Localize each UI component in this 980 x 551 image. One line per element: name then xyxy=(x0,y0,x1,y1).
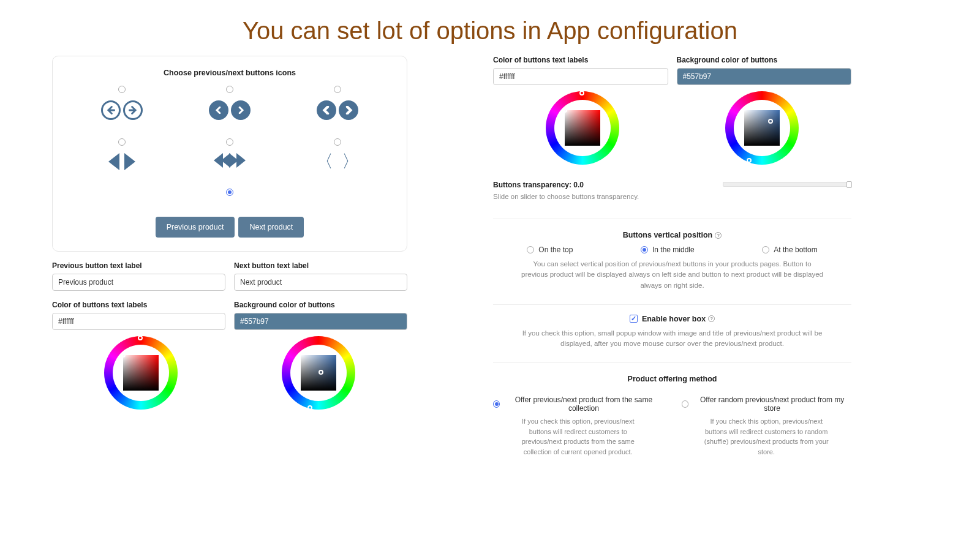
info-icon: ? xyxy=(708,315,715,322)
triangle-right-icon xyxy=(124,153,135,170)
vertical-position-title: Buttons vertical position ? xyxy=(623,231,722,239)
enable-hover-label: Enable hover box ? xyxy=(642,315,715,323)
position-middle-option[interactable]: In the middle xyxy=(641,246,695,254)
text-color-input-r[interactable] xyxy=(493,68,668,85)
bg-color-input-r[interactable] xyxy=(677,68,852,85)
bg-color-picker-r[interactable] xyxy=(725,91,799,165)
bg-color-picker[interactable] xyxy=(282,336,355,410)
text-color-input[interactable] xyxy=(52,313,225,330)
page-title: You can set lot of options in App config… xyxy=(0,0,980,56)
icon-option-4[interactable] xyxy=(71,138,173,170)
info-icon: ? xyxy=(715,232,722,239)
previous-label-field-label: Previous button text label xyxy=(52,261,225,270)
method-random-help: If you check this option, previous/next … xyxy=(699,416,834,457)
offering-method-title: Product offering method xyxy=(628,375,717,383)
radio-icon xyxy=(226,86,233,93)
text-color-label-r: Color of buttons text labels xyxy=(493,56,668,64)
enable-hover-checkbox[interactable]: ✓ xyxy=(630,315,638,323)
icon-chooser-card: Choose previous/next buttons icons xyxy=(52,56,407,252)
arrow-right-circle-outline-icon xyxy=(123,100,143,120)
chevron-left-circle-icon xyxy=(209,100,228,120)
chevron-left-bold-circle-icon xyxy=(317,100,336,120)
double-triangle-left-icon xyxy=(214,153,228,168)
icon-option-1[interactable] xyxy=(71,86,173,120)
radio-icon xyxy=(226,189,233,196)
icon-option-5[interactable] xyxy=(179,138,281,170)
icon-option-3[interactable] xyxy=(287,86,388,120)
next-label-input[interactable] xyxy=(234,274,407,291)
radio-icon xyxy=(334,86,341,93)
method-same-collection-help: If you check this option, previous/next … xyxy=(511,416,646,457)
slider-handle-icon xyxy=(846,181,852,188)
bg-color-label-r: Background color of buttons xyxy=(677,56,852,64)
icon-option-7[interactable]: Previous product Next product xyxy=(71,189,388,238)
chevron-right-circle-icon xyxy=(231,100,251,120)
method-random-option[interactable]: Offer random previous/next product from … xyxy=(682,395,852,413)
radio-icon xyxy=(118,138,126,146)
text-color-picker[interactable] xyxy=(104,336,178,410)
previous-label-input[interactable] xyxy=(52,274,225,291)
chevron-right-bold-circle-icon xyxy=(339,100,358,120)
vertical-position-help: You can select vertical position of prev… xyxy=(519,259,826,291)
position-bottom-option[interactable]: At the bottom xyxy=(762,246,817,254)
transparency-label: Buttons transparency: 0.0 xyxy=(493,181,698,189)
bg-color-input[interactable] xyxy=(234,313,407,330)
triangle-left-icon xyxy=(108,153,119,170)
next-product-button[interactable]: Next product xyxy=(238,217,304,238)
previous-product-button[interactable]: Previous product xyxy=(156,217,235,238)
angle-left-icon: 〈 xyxy=(316,153,333,170)
bg-color-label: Background color of buttons xyxy=(234,301,407,309)
radio-icon xyxy=(334,138,341,146)
text-color-label: Color of buttons text labels xyxy=(52,301,225,309)
transparency-slider[interactable] xyxy=(723,182,851,187)
transparency-help: Slide on slider to choose buttons transp… xyxy=(493,193,698,200)
enable-hover-help: If you check this option, small popup wi… xyxy=(519,328,826,350)
radio-icon xyxy=(226,138,233,146)
next-label-field-label: Next button text label xyxy=(234,261,407,270)
text-color-picker-r[interactable] xyxy=(546,91,619,165)
icon-option-6[interactable]: 〈 〉 xyxy=(287,138,388,170)
icon-option-2[interactable] xyxy=(179,86,281,120)
card-title: Choose previous/next buttons icons xyxy=(71,69,388,77)
radio-icon xyxy=(118,86,126,93)
position-top-option[interactable]: On the top xyxy=(527,246,573,254)
arrow-left-circle-outline-icon xyxy=(101,100,121,120)
angle-right-icon: 〉 xyxy=(342,153,359,170)
method-same-collection-option[interactable]: Offer previous/next product from the sam… xyxy=(493,395,663,413)
double-triangle-right-icon xyxy=(231,153,246,168)
